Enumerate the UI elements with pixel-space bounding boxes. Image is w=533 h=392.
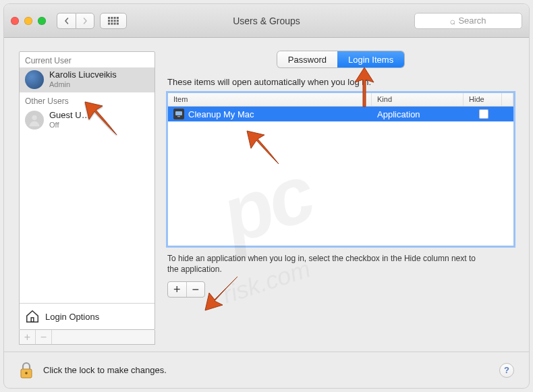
- sidebar: Current User Karolis Liucveikis Admin Ot…: [19, 51, 155, 345]
- other-users-label: Other Users: [20, 92, 155, 108]
- remove-user-button[interactable]: −: [36, 330, 52, 344]
- col-item[interactable]: Item: [168, 93, 372, 106]
- svg-rect-9: [111, 22, 113, 24]
- svg-rect-10: [114, 22, 116, 24]
- titlebar: Users & Groups ⌕ Search: [4, 4, 529, 38]
- add-user-button[interactable]: +: [20, 330, 36, 344]
- search-input[interactable]: ⌕ Search: [414, 13, 522, 29]
- svg-rect-13: [31, 318, 34, 322]
- user-role: Admin: [49, 80, 117, 89]
- back-button[interactable]: [57, 13, 76, 29]
- svg-rect-15: [177, 116, 180, 117]
- remove-login-item-button[interactable]: −: [187, 282, 205, 297]
- tab-password[interactable]: Password: [277, 51, 337, 67]
- intro-text: These items will open automatically when…: [167, 77, 514, 87]
- item-name: Cleanup My Mac: [188, 109, 254, 119]
- house-icon: [25, 309, 40, 324]
- body: Current User Karolis Liucveikis Admin Ot…: [4, 38, 529, 352]
- svg-point-17: [25, 372, 28, 374]
- lock-text: Click the lock to make changes.: [43, 365, 167, 375]
- forward-button[interactable]: [76, 13, 94, 29]
- user-name: Guest U…: [49, 111, 90, 121]
- svg-rect-8: [108, 22, 110, 24]
- svg-point-12: [32, 115, 36, 120]
- col-scroll: [501, 93, 513, 106]
- svg-rect-2: [114, 17, 116, 19]
- grid-icon: [108, 17, 119, 25]
- hide-checkbox[interactable]: [479, 109, 488, 119]
- col-kind[interactable]: Kind: [372, 93, 464, 106]
- item-kind: Application: [372, 109, 465, 119]
- sidebar-item-current-user[interactable]: Karolis Liucveikis Admin: [20, 67, 155, 92]
- avatar: [25, 111, 44, 130]
- zoom-window-button[interactable]: [38, 17, 46, 25]
- avatar: [25, 70, 44, 89]
- svg-rect-0: [108, 17, 110, 19]
- add-remove-login-item: + −: [167, 281, 205, 298]
- add-login-item-button[interactable]: +: [168, 282, 187, 297]
- window-controls: [11, 17, 46, 25]
- sidebar-item-guest[interactable]: Guest U… Off: [20, 108, 155, 133]
- sidebar-add-remove: + −: [19, 330, 155, 345]
- login-options-label: Login Options: [45, 312, 99, 322]
- hint-text: To hide an application when you log in, …: [167, 253, 484, 275]
- table-row[interactable]: Cleanup My Mac Application: [168, 107, 513, 121]
- help-button[interactable]: ?: [499, 363, 514, 378]
- chevron-right-icon: [82, 18, 88, 24]
- svg-rect-5: [111, 20, 113, 22]
- svg-rect-6: [114, 20, 116, 22]
- app-icon: [173, 109, 184, 119]
- user-status: Off: [49, 121, 90, 130]
- current-user-label: Current User: [20, 52, 155, 67]
- svg-rect-7: [117, 20, 119, 22]
- minimize-window-button[interactable]: [24, 17, 32, 25]
- nav-buttons: [57, 13, 94, 29]
- svg-rect-1: [111, 17, 113, 19]
- svg-rect-11: [117, 22, 119, 24]
- footer: Click the lock to make changes. ?: [4, 352, 529, 388]
- table-header: Item Kind Hide: [168, 93, 513, 107]
- svg-rect-4: [108, 20, 110, 22]
- chevron-left-icon: [63, 18, 70, 24]
- tab-login-items[interactable]: Login Items: [337, 51, 404, 67]
- prefs-window: Users & Groups ⌕ Search Current User Kar…: [4, 4, 529, 388]
- login-options-button[interactable]: Login Options: [20, 303, 155, 329]
- close-window-button[interactable]: [11, 17, 19, 25]
- svg-rect-14: [175, 111, 182, 115]
- lock-icon[interactable]: [19, 362, 34, 379]
- show-all-button[interactable]: [100, 13, 127, 29]
- person-icon: [27, 113, 42, 128]
- search-placeholder: Search: [458, 16, 486, 26]
- col-hide[interactable]: Hide: [464, 93, 501, 106]
- main-panel: Password Login Items These items will op…: [167, 51, 514, 345]
- table-empty-area: [168, 121, 513, 246]
- svg-rect-3: [117, 17, 119, 19]
- search-icon: ⌕: [450, 16, 455, 26]
- login-items-table: Item Kind Hide Cleanup My Mac Applicatio…: [167, 92, 514, 246]
- user-name: Karolis Liucveikis: [49, 70, 117, 80]
- user-list: Current User Karolis Liucveikis Admin Ot…: [19, 51, 155, 330]
- tab-segment: Password Login Items: [277, 51, 404, 67]
- window-title: Users & Groups: [233, 16, 300, 26]
